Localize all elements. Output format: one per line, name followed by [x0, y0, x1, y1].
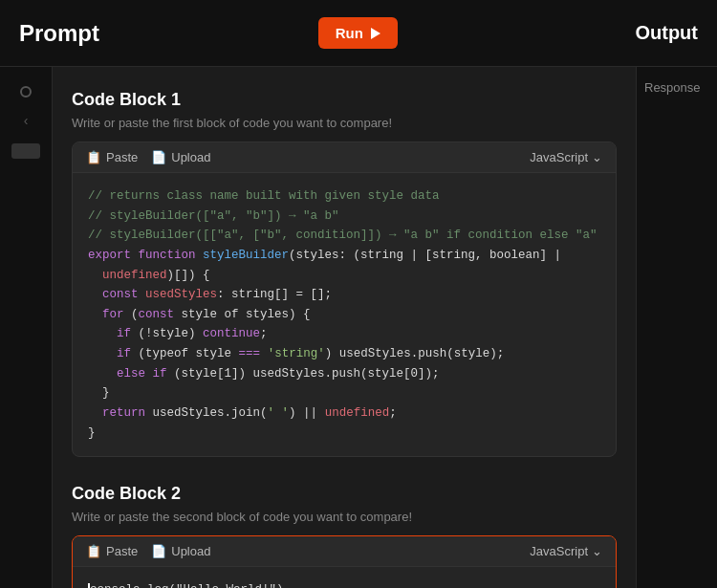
main-layout: ‹ Code Block 1 Write or paste the first … [0, 67, 717, 588]
content-area: Code Block 1 Write or paste the first bl… [53, 67, 636, 588]
header-left: Prompt [19, 20, 99, 47]
output-label: Output [635, 22, 698, 44]
code-block-1-subtitle: Write or paste the first block of code y… [72, 116, 617, 130]
language-selector-1[interactable]: JavaScript ⌄ [530, 150, 602, 164]
right-panel: Response [636, 67, 717, 588]
toolbar-left-2: 📋 Paste 📄 Upload [86, 544, 210, 558]
paste-icon-2: 📋 [86, 544, 101, 558]
paste-button-1[interactable]: 📋 Paste [86, 150, 138, 164]
paste-icon-1: 📋 [86, 150, 101, 164]
language-selector-2[interactable]: JavaScript ⌄ [530, 544, 602, 558]
chevron-down-icon-1: ⌄ [592, 150, 602, 164]
paste-label-2: Paste [106, 544, 138, 558]
upload-icon-1: 📄 [151, 150, 166, 164]
paste-button-2[interactable]: 📋 Paste [86, 544, 138, 558]
sidebar-chevron: ‹ [24, 113, 29, 128]
sidebar-dot-1 [20, 86, 32, 98]
code-content-1[interactable]: // returns class name built with given s… [73, 173, 616, 456]
upload-button-2[interactable]: 📄 Upload [151, 544, 210, 558]
editor-toolbar-2: 📋 Paste 📄 Upload JavaScript ⌄ [73, 536, 616, 567]
app-header: Prompt Run Output [0, 0, 717, 67]
sidebar-strip: ‹ [0, 67, 53, 588]
code-block-2-subtitle: Write or paste the second block of code … [72, 510, 617, 524]
chevron-down-icon-2: ⌄ [592, 544, 602, 558]
response-label: Response [644, 80, 701, 95]
code-editor-2: 📋 Paste 📄 Upload JavaScript ⌄ console.lo… [72, 535, 617, 588]
run-label: Run [336, 25, 363, 41]
paste-label-1: Paste [106, 150, 138, 164]
code-editor-1: 📋 Paste 📄 Upload JavaScript ⌄ // returns… [72, 142, 617, 457]
code-block-2-section: Code Block 2 Write or paste the second b… [72, 484, 617, 588]
language-label-2: JavaScript [530, 544, 588, 558]
code-block-1-title: Code Block 1 [72, 90, 617, 110]
text-cursor [88, 583, 90, 588]
sidebar-rect [11, 143, 40, 159]
code-content-2[interactable]: console.log("Hello World!") [73, 567, 616, 588]
upload-label-1: Upload [171, 150, 210, 164]
code-block-1-section: Code Block 1 Write or paste the first bl… [72, 90, 617, 457]
page-title: Prompt [19, 20, 99, 47]
toolbar-left-1: 📋 Paste 📄 Upload [86, 150, 210, 164]
upload-label-2: Upload [171, 544, 210, 558]
play-icon [371, 28, 380, 39]
code-block-2-title: Code Block 2 [72, 484, 617, 504]
editor-toolbar-1: 📋 Paste 📄 Upload JavaScript ⌄ [73, 142, 616, 173]
run-button[interactable]: Run [318, 17, 398, 49]
language-label-1: JavaScript [530, 150, 588, 164]
upload-button-1[interactable]: 📄 Upload [151, 150, 210, 164]
upload-icon-2: 📄 [151, 544, 166, 558]
